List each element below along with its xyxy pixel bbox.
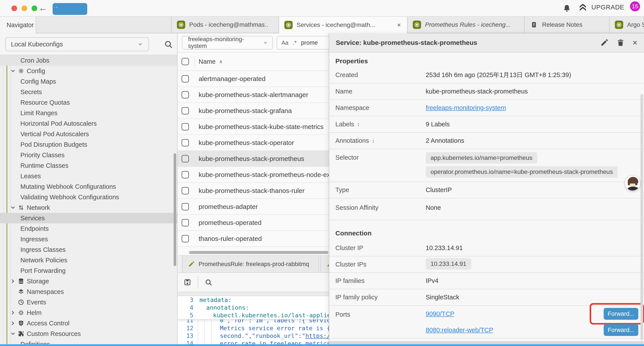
tree-chevron-icon[interactable]	[10, 204, 16, 211]
traffic-light-minimize[interactable]	[22, 5, 27, 11]
navigator-tab[interactable]: Navigator	[0, 17, 36, 33]
match-case-toggle[interactable]: Aa	[282, 39, 288, 46]
row-checkbox[interactable]	[182, 235, 189, 242]
sidebar-item[interactable]: Horizontal Pod Autoscalers	[0, 118, 177, 129]
sidebar-item[interactable]: Services	[0, 213, 177, 223]
code-text: annotations:	[206, 304, 249, 311]
app-tab[interactable]: Release Notes	[524, 17, 610, 33]
expand-sort-icon[interactable]: ↕	[372, 138, 374, 144]
sidebar-item[interactable]: Network Policies	[0, 255, 177, 265]
table-row[interactable]: kube-prometheus-stack-operator	[178, 135, 342, 151]
select-all-checkbox[interactable]	[182, 58, 189, 65]
sidebar-item-label: Events	[27, 299, 46, 306]
sidebar-item[interactable]: Runtime Classes	[0, 160, 177, 171]
table-row[interactable]: kube-prometheus-stack-prometheus-node-ex…	[178, 167, 342, 183]
sidebar-item[interactable]: Config	[0, 66, 177, 76]
sidebar-item[interactable]: Network	[0, 202, 177, 213]
notifications-bell-icon[interactable]	[562, 4, 571, 13]
search-input[interactable]	[301, 39, 330, 46]
app-tab[interactable]: Prometheus Rules - icecheng...	[408, 17, 524, 33]
forward-button[interactable]: Forward...	[604, 324, 638, 336]
sort-ascending-icon[interactable]: ∧	[219, 59, 223, 65]
forward-button[interactable]: Forward...	[604, 308, 638, 320]
table-row[interactable]: thanos-ruler-operated	[178, 231, 342, 247]
close-panel-button[interactable]: ×	[632, 38, 638, 47]
row-checkbox[interactable]	[182, 139, 189, 146]
sidebar-search-icon[interactable]	[164, 39, 173, 49]
table-row[interactable]: kube-prometheus-stack-thanos-ruler	[178, 183, 342, 199]
row-checkbox[interactable]	[182, 123, 189, 130]
sidebar-item[interactable]: Vertical Pod Autoscalers	[0, 129, 177, 139]
traffic-light-zoom[interactable]	[32, 5, 37, 11]
row-checkbox[interactable]	[182, 203, 189, 210]
sidebar-item[interactable]: Storage	[0, 276, 177, 287]
app-tab[interactable]: Services - icecheng@math... ×	[279, 17, 408, 33]
edit-button[interactable]	[600, 38, 608, 47]
row-checkbox[interactable]	[182, 171, 189, 178]
sidebar-item[interactable]: Events	[0, 297, 177, 308]
delete-button[interactable]	[616, 38, 625, 47]
table-row[interactable]: alertmanager-operated	[178, 71, 342, 87]
close-tab-icon[interactable]: ×	[396, 21, 402, 29]
row-checkbox[interactable]	[182, 75, 189, 82]
row-checkbox[interactable]	[182, 187, 189, 194]
sidebar-item[interactable]: Limit Ranges	[0, 108, 177, 118]
table-row[interactable]: prometheus-operated	[178, 215, 342, 231]
sidebar-item[interactable]: Mutating Webhook Configurations	[0, 181, 177, 192]
back-button[interactable]: ←	[38, 3, 47, 13]
user-avatar[interactable]	[625, 175, 640, 191]
row-checkbox[interactable]	[182, 91, 189, 98]
tree-chevron-icon[interactable]	[10, 278, 16, 285]
update-count-badge[interactable]: 15	[630, 1, 640, 11]
sidebar-item[interactable]: Pod Disruption Budgets	[0, 139, 177, 150]
sidebar-item[interactable]: Secrets	[0, 87, 177, 97]
table-row[interactable]: kube-prometheus-stack-prometheus	[178, 151, 342, 167]
kubeconfig-select[interactable]: Local Kubeconfigs	[5, 37, 149, 51]
row-checkbox[interactable]	[182, 107, 189, 114]
save-icon[interactable]	[183, 278, 192, 287]
app-tab[interactable]: Pods - icecheng@mathmas...	[171, 17, 279, 33]
sidebar-item[interactable]: Access Control	[0, 318, 177, 329]
namespace-link[interactable]: freeleaps-monitoring-system	[426, 104, 506, 111]
sidebar-item[interactable]: Priority Classes	[0, 150, 177, 160]
editor-tab[interactable]: PrometheusRule: freeleaps-prod-rabbitmq	[182, 256, 319, 272]
sidebar-item[interactable]: Validating Webhook Configurations	[0, 192, 177, 202]
tree-chevron-icon[interactable]	[10, 331, 16, 337]
traffic-light-close[interactable]	[12, 5, 17, 11]
sidebar-item[interactable]: Ingresses	[0, 234, 177, 244]
editor-search-icon[interactable]	[204, 278, 212, 287]
panel-scrollbar-thumb[interactable]	[640, 94, 643, 340]
expand-sort-icon[interactable]: ↕	[357, 121, 360, 127]
yaml-editor[interactable]: 3 metadata: 4 annotations: 5 kubectl.kub…	[178, 296, 342, 346]
sidebar-item[interactable]: Leases	[0, 171, 177, 181]
sidebar-item[interactable]: Config Maps	[0, 76, 177, 87]
port-link[interactable]: 9090/TCP	[426, 310, 454, 318]
sidebar-item[interactable]: Cron Jobs	[0, 55, 177, 66]
port-link[interactable]: 8080:reloader-web/TCP	[426, 327, 493, 334]
regex-toggle[interactable]: .*	[293, 39, 296, 46]
table-row[interactable]: prometheus-adapter	[178, 199, 342, 215]
tree-chevron-icon[interactable]	[10, 310, 16, 316]
table-row[interactable]: kube-prometheus-stack-grafana	[178, 103, 342, 119]
sidebar-item[interactable]: Custom Resources	[0, 329, 177, 339]
sidebar-item[interactable]: Resource Quotas	[0, 97, 177, 108]
row-checkbox[interactable]	[182, 219, 189, 226]
sidebar-item[interactable]: Helm	[0, 308, 177, 318]
sidebar-item[interactable]: Endpoints	[0, 223, 177, 234]
upgrade-button[interactable]: UPGRADE	[578, 2, 624, 12]
table-row[interactable]: kube-prometheus-stack-alertmanager	[178, 87, 342, 103]
name-column-header[interactable]: Name	[198, 58, 216, 65]
sidebar-item[interactable]: Ingress Classes	[0, 244, 177, 255]
horizontal-scrollbar-thumb[interactable]	[189, 251, 328, 254]
table-row[interactable]: kube-prometheus-stack-kube-state-metrics	[178, 119, 342, 135]
tree-chevron-icon[interactable]	[10, 320, 16, 327]
row-checkbox[interactable]	[182, 155, 189, 162]
namespace-select[interactable]: freeleaps-monitoring-system	[182, 36, 273, 49]
sidebar-scrollbar-thumb[interactable]	[174, 153, 176, 266]
sidebar-item[interactable]: Namespaces	[0, 287, 177, 297]
tree-chevron-icon[interactable]	[10, 68, 16, 74]
sidebar-item-label: Endpoints	[20, 225, 49, 232]
app-tab[interactable]: Argo Se	[610, 17, 644, 33]
sidebar-item[interactable]: Port Forwarding	[0, 265, 177, 276]
forward-button[interactable]: →	[52, 3, 87, 15]
